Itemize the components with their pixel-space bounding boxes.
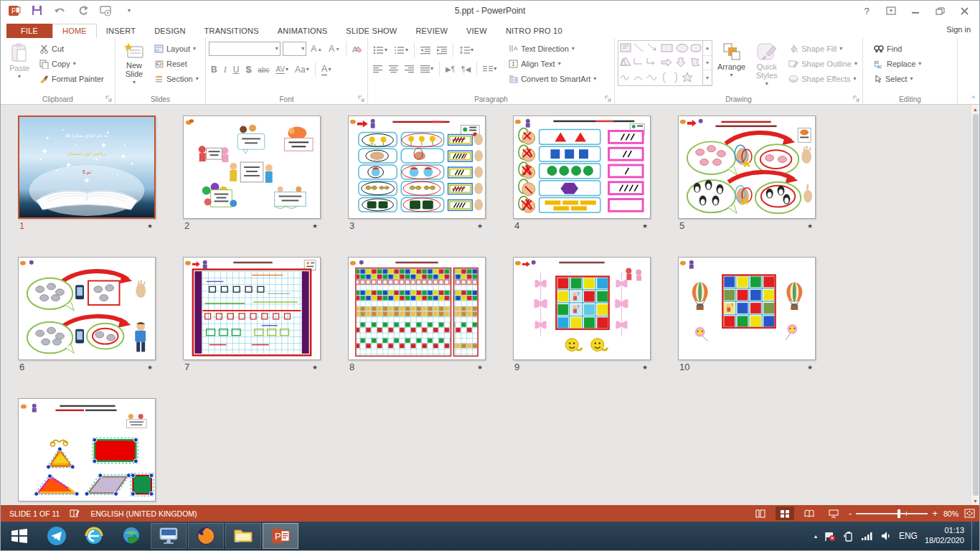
tray-expand-icon[interactable]: ▴ [814, 533, 817, 540]
tab-file[interactable]: FILE [6, 24, 52, 38]
reading-view-button[interactable] [800, 507, 819, 520]
show-desktop-button[interactable] [971, 522, 976, 550]
slide-thumbnail-6[interactable] [18, 257, 156, 360]
shapes-more-icon[interactable]: ▼ [703, 70, 712, 85]
customize-qat-button[interactable]: ▾ [121, 3, 137, 19]
start-button[interactable] [1, 522, 38, 550]
vertical-scrollbar[interactable]: ▲ ▼ [971, 105, 979, 505]
tab-home[interactable]: HOME [52, 24, 97, 38]
tab-nitro-pro[interactable]: NITRO PRO 10 [496, 24, 572, 38]
convert-to-smartart-button[interactable]: Convert to SmartArt ▾ [507, 72, 598, 86]
drawing-dialog-launcher[interactable] [853, 95, 860, 103]
slide-thumbnail-11[interactable] [18, 398, 156, 501]
cut-button[interactable]: Cut [37, 42, 106, 56]
slide-sorter-view-button[interactable] [776, 507, 794, 520]
zoom-percentage[interactable]: 80% [943, 509, 958, 518]
paragraph-dialog-launcher[interactable] [605, 95, 612, 103]
section-button[interactable]: Section ▾ [152, 72, 201, 86]
scroll-up-icon[interactable]: ▲ [973, 105, 978, 113]
tab-slide-show[interactable]: SLIDE SHOW [336, 24, 406, 38]
zoom-out-button[interactable]: - [849, 508, 852, 519]
slide-thumbnail-7[interactable] [183, 257, 321, 360]
slide-thumbnail-1[interactable]: به نام خدای ستاره ها ریاضی اول دبستان تم… [18, 116, 156, 219]
tab-view[interactable]: VIEW [457, 24, 496, 38]
columns-button[interactable]: ▾ [481, 62, 499, 76]
slide-thumbnail-3[interactable] [348, 116, 486, 219]
clear-formatting-button[interactable]: A [350, 42, 364, 56]
change-case-button[interactable]: Aa▾ [293, 62, 311, 77]
shape-fill-button[interactable]: Shape Fill ▾ [786, 42, 859, 56]
decrease-indent-button[interactable] [418, 43, 433, 57]
reset-button[interactable]: Reset [152, 57, 201, 71]
undo-button[interactable] [52, 3, 68, 19]
scroll-down-icon[interactable]: ▼ [973, 496, 978, 505]
zoom-slider-track[interactable] [856, 513, 928, 514]
strikethrough-button[interactable]: abc [255, 62, 271, 77]
file-explorer-icon[interactable] [225, 523, 261, 549]
align-left-button[interactable] [371, 62, 385, 76]
ribbon-display-options-button[interactable] [880, 3, 902, 19]
minimize-button[interactable] [905, 3, 926, 19]
italic-button[interactable]: I [222, 62, 229, 77]
powerpoint-taskbar-icon[interactable]: P [263, 523, 298, 549]
slide-thumbnail-10[interactable]: ? [678, 257, 816, 360]
paste-button[interactable]: Paste ▾ [4, 40, 35, 93]
copy-button[interactable]: Copy ▾ [37, 57, 106, 71]
tab-design[interactable]: DESIGN [145, 24, 194, 38]
network-signal-icon[interactable] [861, 531, 873, 541]
justify-button[interactable]: ▾ [418, 62, 435, 76]
underline-button[interactable]: U [231, 62, 242, 77]
on-screen-keyboard-icon[interactable] [151, 523, 187, 549]
battery-icon[interactable] [843, 531, 854, 542]
shape-outline-button[interactable]: Shape Outline ▾ [786, 57, 859, 71]
rtl-text-direction-button[interactable]: ¶◀ [459, 62, 473, 76]
collapse-ribbon-button[interactable]: ^ [972, 95, 975, 102]
action-center-icon[interactable] [824, 531, 836, 542]
replace-button[interactable]: abac Replace ▾ [872, 57, 923, 71]
scrollbar-thumb[interactable] [973, 114, 979, 496]
language-indicator[interactable]: ENGLISH (UNITED KINGDOM) [90, 509, 197, 518]
select-button[interactable]: Select ▾ [872, 72, 923, 86]
font-name-combobox[interactable]: ▾ [209, 42, 281, 56]
slide-thumbnail-9[interactable]: ? ? [513, 257, 651, 360]
slide-show-button[interactable] [824, 507, 843, 520]
new-slide-button[interactable]: New Slide ▾ [118, 40, 150, 93]
bold-button[interactable]: B [209, 62, 220, 77]
font-dialog-launcher[interactable] [358, 95, 365, 103]
ltr-text-direction-button[interactable]: ▶¶ [443, 62, 457, 76]
clock[interactable]: 01:13 18/02/2020 [925, 526, 964, 546]
slide-thumbnail-4[interactable] [513, 116, 651, 219]
format-painter-button[interactable]: Format Painter [37, 72, 106, 86]
text-shadow-button[interactable]: S [243, 62, 253, 77]
tab-animations[interactable]: ANIMATIONS [268, 24, 337, 38]
slide-thumbnail-2[interactable] [183, 116, 321, 219]
normal-view-button[interactable] [751, 507, 770, 520]
sign-in-link[interactable]: Sign in [946, 25, 979, 34]
align-text-button[interactable]: Align Text ▾ [507, 57, 598, 71]
telegram-icon[interactable] [38, 522, 75, 550]
quick-styles-button[interactable]: Quick Styles ▾ [750, 40, 783, 93]
increase-indent-button[interactable] [435, 43, 449, 57]
redo-button[interactable] [75, 3, 91, 19]
slide-thumbnail-5[interactable] [678, 116, 816, 219]
zoom-in-button[interactable]: + [932, 508, 938, 519]
clipboard-dialog-launcher[interactable] [105, 95, 113, 103]
restore-button[interactable] [929, 3, 951, 19]
shapes-gallery[interactable]: ▲▼▼ [618, 40, 712, 86]
idm-icon[interactable] [113, 522, 150, 550]
line-spacing-button[interactable]: ▾ [457, 43, 476, 57]
start-from-beginning-button[interactable] [98, 3, 114, 19]
tab-review[interactable]: REVIEW [406, 24, 457, 38]
align-right-button[interactable] [402, 62, 416, 76]
bullets-button[interactable]: ▾ [371, 43, 390, 57]
internet-explorer-icon[interactable] [75, 522, 113, 550]
help-button[interactable]: ? [856, 3, 877, 19]
fit-to-window-button[interactable] [964, 509, 975, 518]
arrange-button[interactable]: Arrange ▾ [715, 40, 748, 93]
shapes-gallery-scrollbar[interactable]: ▲▼▼ [702, 41, 712, 85]
text-direction-button[interactable]: A Text Direction ▾ [507, 42, 598, 56]
shapes-scroll-down-icon[interactable]: ▼ [703, 56, 712, 71]
find-button[interactable]: Find [872, 42, 923, 56]
zoom-slider-thumb[interactable] [897, 509, 900, 518]
font-color-button[interactable]: A▾ [319, 62, 334, 77]
